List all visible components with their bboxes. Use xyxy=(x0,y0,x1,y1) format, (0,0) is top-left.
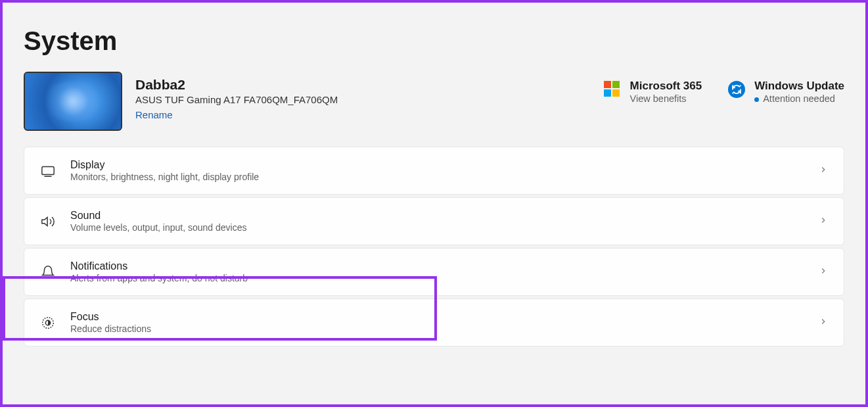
rename-link[interactable]: Rename xyxy=(135,109,173,120)
setting-desc: Monitors, brightness, night light, displ… xyxy=(70,172,819,182)
setting-title: Notifications xyxy=(70,260,819,272)
setting-item-display[interactable]: Display Monitors, brightness, night ligh… xyxy=(24,147,844,195)
setting-title: Sound xyxy=(70,210,819,222)
display-icon xyxy=(40,163,56,179)
svg-rect-0 xyxy=(42,166,54,174)
svg-marker-2 xyxy=(42,217,47,226)
device-thumbnail[interactable] xyxy=(24,72,122,131)
device-name: Dabba2 xyxy=(135,77,338,93)
setting-item-sound[interactable]: Sound Volume levels, output, input, soun… xyxy=(24,197,844,245)
microsoft-365-card[interactable]: Microsoft 365 View benefits xyxy=(604,80,702,104)
windows-update-sub: Attention needed xyxy=(754,93,844,104)
windows-update-card[interactable]: Windows Update Attention needed xyxy=(728,80,844,104)
settings-list: Display Monitors, brightness, night ligh… xyxy=(3,147,865,347)
setting-title: Display xyxy=(70,159,819,171)
chevron-right-icon xyxy=(819,266,828,278)
focus-icon xyxy=(40,315,56,331)
microsoft-365-title: Microsoft 365 xyxy=(630,80,702,93)
attention-dot-icon xyxy=(754,97,759,102)
chevron-right-icon xyxy=(819,317,828,329)
chevron-right-icon xyxy=(819,165,828,177)
windows-update-icon xyxy=(728,81,745,98)
setting-desc: Reduce distractions xyxy=(70,323,819,334)
setting-desc: Volume levels, output, input, sound devi… xyxy=(70,222,819,233)
microsoft-365-icon xyxy=(604,81,621,98)
windows-update-title: Windows Update xyxy=(754,80,844,93)
device-model: ASUS TUF Gaming A17 FA706QM_FA706QM xyxy=(135,94,338,105)
setting-desc: Alerts from apps and system, do not dist… xyxy=(70,273,819,283)
page-title: System xyxy=(3,3,865,72)
setting-item-focus[interactable]: Focus Reduce distractions xyxy=(24,299,844,347)
setting-item-notifications[interactable]: Notifications Alerts from apps and syste… xyxy=(24,248,844,296)
microsoft-365-sub: View benefits xyxy=(630,93,702,104)
device-info-block: Dabba2 ASUS TUF Gaming A17 FA706QM_FA706… xyxy=(24,72,338,131)
sound-icon xyxy=(40,214,56,229)
bell-icon xyxy=(40,264,56,280)
device-section: Dabba2 ASUS TUF Gaming A17 FA706QM_FA706… xyxy=(3,72,865,147)
setting-title: Focus xyxy=(70,311,819,323)
chevron-right-icon xyxy=(819,216,828,227)
